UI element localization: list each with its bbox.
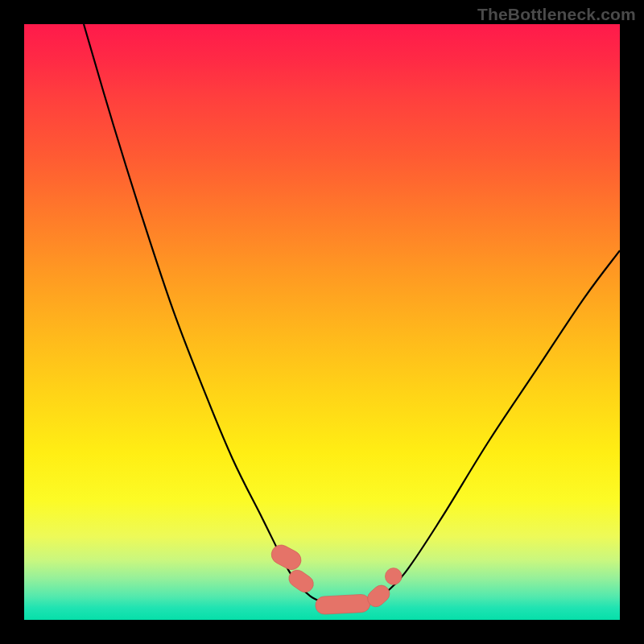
marker-dot [385, 568, 402, 585]
marker-capsule [268, 542, 304, 573]
marker-capsule [315, 594, 370, 615]
plot-area [24, 24, 620, 620]
marker-capsule [286, 567, 317, 596]
chart-frame: TheBottleneck.com [0, 0, 644, 644]
optimal-range-markers [24, 24, 620, 620]
markers-group [268, 542, 402, 615]
watermark-text: TheBottleneck.com [477, 5, 636, 24]
